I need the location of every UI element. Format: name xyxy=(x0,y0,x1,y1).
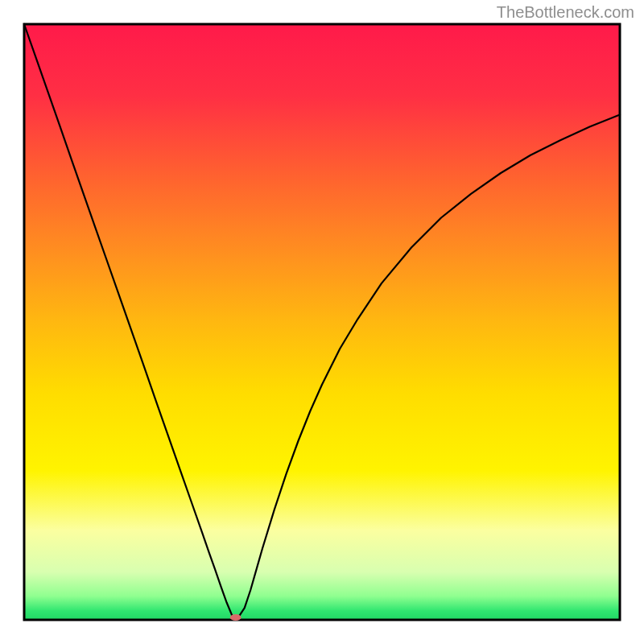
bottleneck-chart xyxy=(0,0,644,644)
watermark-text: TheBottleneck.com xyxy=(497,3,634,22)
plot-background xyxy=(24,24,620,620)
chart-container: TheBottleneck.com xyxy=(0,0,644,644)
optimal-point-marker xyxy=(230,614,242,621)
